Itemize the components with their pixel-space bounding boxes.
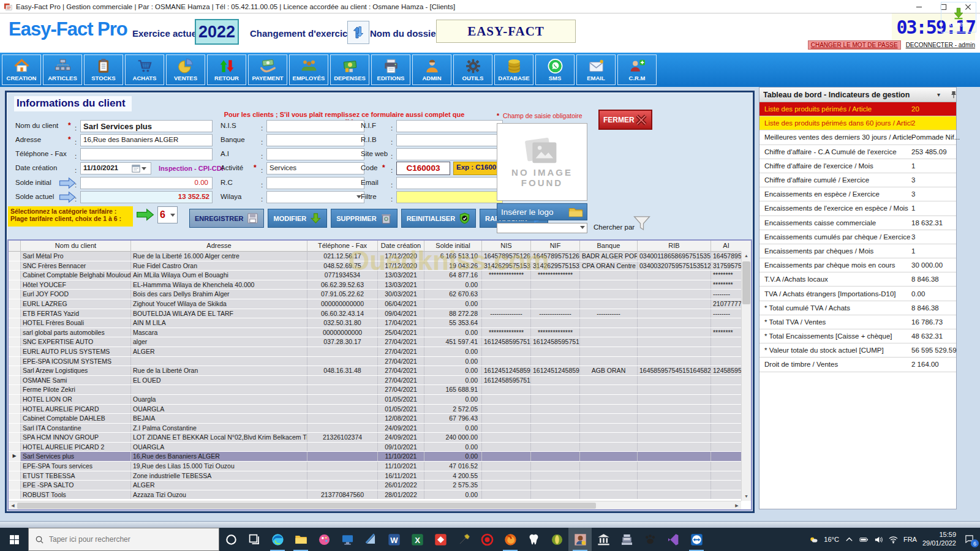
- search-input[interactable]: [49, 535, 196, 544]
- adresse-input[interactable]: 16,Rue des Bananiers ALGER: [80, 134, 213, 146]
- column-header[interactable]: NIS: [482, 241, 531, 252]
- toolbar-crm[interactable]: C.R.M: [617, 54, 657, 85]
- category-select[interactable]: 6: [157, 206, 178, 223]
- row-selector[interactable]: [9, 261, 21, 271]
- nis-input[interactable]: [266, 120, 364, 132]
- vertical-scrollbar[interactable]: ▲ ▼: [741, 252, 751, 501]
- Sarl ITA Constantine[interactable]: Sarl ITA Constantine Z.I Palma Constanti…: [9, 424, 751, 433]
- filtre-input[interactable]: [396, 191, 503, 203]
- date-picker-button[interactable]: [132, 163, 150, 173]
- sarl global parts automobiles[interactable]: sarl global parts automobiles Mascara 00…: [9, 328, 751, 338]
- EPE -SPA SALTO[interactable]: EPE -SPA SALTO ALGER 26/01/2022 2 575.35: [9, 481, 751, 490]
- row-selector[interactable]: [9, 290, 21, 299]
- taskbar-taskview[interactable]: [243, 528, 266, 551]
- disconnect-link[interactable]: DECONNECTER - admin: [905, 41, 976, 49]
- ETUST TEBESSA[interactable]: ETUST TEBESSA Zone industrielle TEBESSA …: [9, 471, 751, 481]
- tray-expand[interactable]: [845, 535, 854, 544]
- row-selector[interactable]: [9, 471, 21, 481]
- EURL LAZREG[interactable]: EURL LAZREG Zighout Youcef Wilaya de Ski…: [9, 299, 751, 309]
- taskbar-diamond-app[interactable]: [429, 528, 452, 551]
- taskbar-tools-app[interactable]: [452, 528, 475, 551]
- dashboard-row[interactable]: TVA / Achats étrangers [Importations-D10…: [760, 287, 956, 301]
- dashboard-row[interactable]: Chiffre d'affaire - C.A Cumulé de l'exer…: [760, 145, 956, 159]
- taskbar-paw-app[interactable]: [638, 528, 662, 551]
- pin-icon[interactable]: [945, 91, 952, 99]
- toolbar-creation[interactable]: CREATION: [2, 54, 41, 85]
- row-selector[interactable]: [9, 328, 21, 337]
- Cabinet Comptable DAHLEB[interactable]: Cabinet Comptable DAHLEB BEJAIA 12/08/20…: [9, 414, 751, 424]
- taskbar-explorer[interactable]: [289, 528, 312, 551]
- toolbar-retour[interactable]: RETOUR: [207, 54, 246, 85]
- scroll-right-icon[interactable]: ▶: [733, 503, 741, 508]
- rib-input[interactable]: [396, 134, 503, 146]
- row-selector[interactable]: [9, 385, 21, 394]
- scroll-down-icon[interactable]: ▼: [742, 492, 751, 501]
- Cabinet Comptable Belghabi Mouloud[interactable]: Cabinet Comptable Belghabi Mouloud Ain M…: [9, 271, 751, 280]
- ETB FERTAS Yazid[interactable]: ETB FERTAS Yazid BOUTELDJA WILAYA DE EL …: [9, 309, 751, 319]
- row-selector[interactable]: [9, 318, 21, 328]
- ai-input[interactable]: [266, 148, 364, 160]
- toolbar-sms[interactable]: SMS: [535, 54, 575, 85]
- modify-button[interactable]: MODIFIER: [268, 209, 327, 228]
- email-input[interactable]: [396, 177, 503, 189]
- taskbar-visual-studio[interactable]: [662, 528, 685, 551]
- SPA HCM INNOV GROUP[interactable]: SPA HCM INNOV GROUP LOT ZIDANE ET BEKKAR…: [9, 433, 751, 443]
- taskbar-dental-app[interactable]: [522, 528, 545, 551]
- column-header[interactable]: Solde initial: [424, 241, 482, 252]
- toolbar-stocks[interactable]: STOCKS: [84, 54, 123, 85]
- HOTEL Frères Bouali[interactable]: HOTEL Frères Bouali AIN M LILA 032.50.31…: [9, 318, 751, 328]
- column-header[interactable]: Nom du client: [21, 241, 131, 252]
- row-selector[interactable]: [9, 357, 21, 366]
- wifi-icon[interactable]: [889, 535, 898, 544]
- dashboard-row[interactable]: Liste des produits périmés / Article 20: [760, 102, 956, 116]
- minimize-button[interactable]: [907, 0, 931, 13]
- column-header[interactable]: Banque: [580, 241, 638, 252]
- taskbar-easyfact[interactable]: [568, 528, 592, 551]
- dashboard-row[interactable]: Droit de timbre / Ventes 2 164.00: [760, 358, 956, 372]
- insert-logo-button[interactable]: Insérer le logo: [497, 203, 587, 220]
- toolbar-payement[interactable]: PAYEMENT: [248, 54, 287, 85]
- dashboard-row[interactable]: Liste des produits périmés dans 60 jours…: [760, 116, 956, 130]
- change-exercice-button[interactable]: [347, 21, 369, 44]
- scroll-left-icon[interactable]: ◀: [9, 503, 17, 508]
- banque-input[interactable]: [266, 134, 364, 146]
- column-header[interactable]: Date création: [378, 241, 424, 252]
- SNC EXPERTISE AUTO[interactable]: SNC EXPERTISE AUTO alger 037.28.30.17 27…: [9, 337, 751, 347]
- row-selector[interactable]: [9, 405, 21, 414]
- Sarl Métal Pro[interactable]: Sarl Métal Pro Rue de la Liberté 16.000 …: [9, 252, 751, 261]
- HOTEL LION OR[interactable]: HOTEL LION OR Ouargla 01/05/2021 0.00: [9, 395, 751, 405]
- row-selector[interactable]: [9, 347, 21, 356]
- nif-input[interactable]: [396, 120, 503, 132]
- toolbar-database[interactable]: DATABASE: [494, 54, 533, 85]
- toolbar-employes[interactable]: EMPLOYÉS: [289, 54, 328, 85]
- row-selector[interactable]: [9, 280, 21, 290]
- change-password-link[interactable]: CHANGER LE MOT DE PASSE: [808, 40, 901, 50]
- fermer-button[interactable]: FERMER: [598, 110, 652, 130]
- row-selector[interactable]: [9, 309, 21, 318]
- dashboard-row[interactable]: Encaissements par chèque mois en cours 3…: [760, 258, 956, 272]
- dashboard-row[interactable]: Encaissements de l'exercice en espèce / …: [760, 201, 956, 216]
- column-header[interactable]: NIF: [531, 241, 580, 252]
- SNC Frères Bennacer[interactable]: SNC Frères Bennacer Rue Fidel Castro Ora…: [9, 261, 751, 271]
- toolbar-email[interactable]: EMAIL: [576, 54, 616, 85]
- row-selector[interactable]: ▶: [9, 452, 21, 461]
- taskbar-monitor-app[interactable]: [336, 528, 359, 551]
- taskbar-firefox[interactable]: [499, 528, 522, 551]
- EPE-SPA ICOSIUM SYSTEMS[interactable]: EPE-SPA ICOSIUM SYSTEMS 27/04/2021 0.00: [9, 357, 751, 367]
- filter-funnel-icon[interactable]: [633, 214, 651, 231]
- taskbar-paint[interactable]: [312, 528, 336, 551]
- siteweb-input[interactable]: [396, 148, 503, 160]
- Hôtel YOUCEF[interactable]: Hôtel YOUCEF EL-Hammma Wilaya de Khenche…: [9, 280, 751, 290]
- row-selector[interactable]: [9, 424, 21, 433]
- row-selector[interactable]: [9, 366, 21, 375]
- dashboard-row[interactable]: * Total cumulé TVA / Achats 8 846.38: [760, 301, 956, 315]
- taskbar-mirror-app[interactable]: [359, 528, 382, 551]
- column-header[interactable]: RIB: [638, 241, 711, 252]
- dashboard-row[interactable]: T.V.A /Achats locaux 8 846.38: [760, 272, 956, 287]
- row-selector[interactable]: [9, 443, 21, 452]
- toolbar-outils[interactable]: OUTILS: [453, 54, 492, 85]
- collapse-icon[interactable]: ▾: [937, 91, 940, 98]
- taskbar-search[interactable]: [28, 528, 219, 551]
- battery-icon[interactable]: [859, 535, 869, 544]
- language-indicator[interactable]: FRA: [903, 536, 917, 543]
